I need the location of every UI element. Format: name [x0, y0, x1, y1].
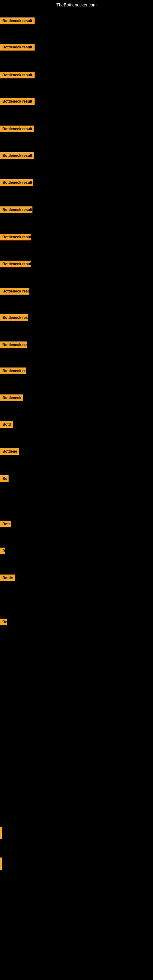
bottleneck-badge: B	[0, 547, 5, 554]
bottleneck-badge: Bottleneck result	[0, 179, 33, 186]
bottleneck-badge: Bottleneck result	[0, 44, 35, 51]
bottleneck-badge: Bottle	[0, 574, 15, 581]
site-title: TheBottlenecker.com	[0, 0, 153, 10]
bottleneck-badge: Bottleneck	[0, 395, 23, 401]
bottleneck-badge: Bottleneck result	[0, 152, 33, 159]
vertical-bar	[0, 827, 2, 839]
bottleneck-badge: Bottleneck result	[0, 261, 30, 267]
bottleneck-badge: Bottlene	[0, 448, 19, 455]
bottleneck-badge: Bottleneck res	[0, 342, 27, 348]
bottleneck-badge: Bottleneck result	[0, 18, 35, 24]
vertical-bar	[0, 858, 2, 870]
bottleneck-badge: Bo	[0, 619, 7, 625]
bottleneck-badge: Bo	[0, 475, 9, 482]
bottleneck-badge: Bottleneck result	[0, 72, 35, 78]
bottleneck-badge: Bottleneck result	[0, 234, 31, 240]
bottleneck-badge: Bottleneck result	[0, 207, 32, 213]
bottleneck-badge: Bottleneck result	[0, 126, 34, 132]
bottleneck-badge: Bottleneck res	[0, 314, 28, 321]
bottleneck-badge: Bottleneck result	[0, 98, 35, 105]
bottleneck-badge: Bottleneck re	[0, 368, 26, 374]
bottleneck-badge: Bottleneck resu	[0, 288, 29, 294]
bottleneck-badge: Bott	[0, 520, 11, 527]
bottleneck-badge: Bottl	[0, 421, 13, 428]
